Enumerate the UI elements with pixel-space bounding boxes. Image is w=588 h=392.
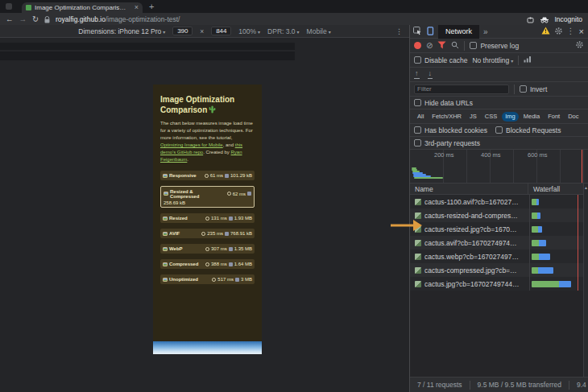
file-size: 1.64 MB xyxy=(234,262,252,266)
devtools-tab-bar: Network » ⋮ × xyxy=(410,25,588,39)
export-har-icon[interactable]: ↓ xyxy=(428,70,433,79)
extensions-icon[interactable] xyxy=(527,12,534,27)
filter-funnel-icon[interactable] xyxy=(437,41,446,51)
network-toolbar: ⊘ Preserve log xyxy=(410,39,588,53)
network-overview-timeline[interactable]: 200 ms 400 ms 600 ms xyxy=(410,150,588,184)
back-icon[interactable]: ← xyxy=(6,15,14,23)
network-settings-gear-icon[interactable] xyxy=(575,40,584,51)
waterfall-bar xyxy=(529,250,588,263)
third-party-checkbox[interactable]: 3rd-party requests xyxy=(414,139,480,147)
hide-data-urls-checkbox[interactable]: Hide data URLs xyxy=(414,99,473,107)
optimization-row: Resized131 ms1.93 MB xyxy=(160,213,255,223)
network-conditions-icon[interactable] xyxy=(524,56,532,64)
image-file-icon xyxy=(415,281,421,287)
network-request-row[interactable]: cactus-1100.avif?cb=167027… xyxy=(410,195,588,208)
table-scrollbar[interactable]: ▲ xyxy=(583,184,588,377)
filter-input[interactable] xyxy=(414,85,509,94)
disable-cache-checkbox[interactable]: Disable cache xyxy=(414,56,467,64)
waterfall-column-header[interactable]: Waterfall xyxy=(528,185,588,193)
devtools-close-icon[interactable]: × xyxy=(579,27,584,36)
network-request-row[interactable]: cactus.jpg?cb=16702749744… xyxy=(410,277,588,291)
waterfall-bar xyxy=(529,263,588,277)
optimization-list: Responsive61 ms101.29 kB Resized & Compr… xyxy=(160,171,255,284)
filter-pill[interactable]: Fetch/XHR xyxy=(429,112,465,122)
media-query-bar[interactable] xyxy=(0,52,295,60)
forward-icon[interactable]: → xyxy=(19,15,27,23)
network-request-row[interactable]: cactus-resized.jpg?cb=1670… xyxy=(410,222,588,236)
emulated-content-area: Image Optimization Comparison The chart … xyxy=(0,39,409,392)
network-request-row[interactable]: cactus.webp?cb=167027497… xyxy=(410,250,588,263)
image-icon xyxy=(163,262,168,266)
optimization-row: Responsive61 ms101.29 kB xyxy=(160,171,255,180)
disk-icon xyxy=(229,217,233,221)
filter-pill[interactable]: Media xyxy=(520,112,543,122)
search-icon[interactable] xyxy=(451,41,459,51)
more-tabs-icon[interactable]: » xyxy=(483,27,488,36)
transferred-size: 9.5 MB / 9.5 MB transferred xyxy=(470,381,569,389)
devtools-menu-icon[interactable]: ⋮ xyxy=(567,27,575,35)
media-query-bar[interactable] xyxy=(0,43,295,50)
resources-size: 9.4 xyxy=(569,381,588,389)
device-toolbar-menu-icon[interactable]: ⋮ xyxy=(395,27,403,35)
import-har-icon[interactable]: ↑ xyxy=(414,70,420,79)
clear-icon[interactable]: ⊘ xyxy=(426,42,433,50)
request-name: cactus-1100.avif?cb=167027… xyxy=(424,198,529,206)
requests-table: cactus-1100.avif?cb=167027… cactus-resiz… xyxy=(410,195,588,291)
filter-pill[interactable]: Font xyxy=(545,112,563,122)
image-icon xyxy=(163,232,168,236)
issues-warning-icon[interactable] xyxy=(541,27,550,36)
name-column-header[interactable]: Name xyxy=(410,185,528,193)
image-file-icon xyxy=(415,254,421,260)
filter-pill[interactable]: JS xyxy=(466,112,480,122)
load-time: 235 ms xyxy=(207,231,223,236)
network-request-row[interactable]: cactus-resized-and-compres… xyxy=(410,208,588,222)
clock-icon xyxy=(201,232,205,236)
has-blocked-cookies-checkbox[interactable]: Has blocked cookies xyxy=(414,126,487,134)
address-bar[interactable]: royalfig.github.io/image-optimization-te… xyxy=(56,15,180,23)
network-request-row[interactable]: cactus.avif?cb=1670274974… xyxy=(410,236,588,250)
optimization-row: AVIF235 ms768.91 kB xyxy=(160,229,255,238)
dpr-dropdown[interactable]: DPR: 3.0▾ xyxy=(267,27,300,35)
tab-network[interactable]: Network xyxy=(438,25,479,39)
tutorial-link[interactable]: Optimizing Images for Mobile xyxy=(160,142,223,147)
network-request-row[interactable]: cactus-compressed.jpg?cb=… xyxy=(410,263,588,277)
request-name: cactus.jpg?cb=16702749744… xyxy=(424,280,529,288)
device-toolbar-toggle-icon[interactable] xyxy=(426,27,434,37)
viewport-height-input[interactable] xyxy=(211,27,231,35)
optimization-row: WebP307 ms1.35 MB xyxy=(160,244,255,254)
incognito-label: Incognito xyxy=(555,15,583,23)
filter-row: Invert xyxy=(410,82,588,97)
filter-pill[interactable]: Img xyxy=(502,112,519,122)
settings-gear-icon[interactable] xyxy=(554,27,563,37)
request-name: cactus-resized.jpg?cb=1670… xyxy=(424,225,529,233)
device-mode-dropdown[interactable]: Mobile▾ xyxy=(307,27,331,35)
clock-icon xyxy=(227,192,231,196)
zoom-dropdown[interactable]: 100%▾ xyxy=(238,27,260,35)
load-time: 61 ms xyxy=(210,173,223,178)
blocked-requests-checkbox[interactable]: Blocked Requests xyxy=(495,126,561,134)
disk-icon xyxy=(225,232,229,236)
record-button[interactable] xyxy=(414,42,421,49)
image-icon xyxy=(164,192,168,196)
tab-favicon-icon xyxy=(26,5,31,10)
new-tab-button[interactable]: + xyxy=(149,2,154,11)
preserve-log-checkbox[interactable]: Preserve log xyxy=(470,42,519,50)
tab-close-icon[interactable]: × xyxy=(135,4,139,11)
scroll-up-icon[interactable]: ▲ xyxy=(584,185,588,190)
lock-icon[interactable] xyxy=(44,12,50,27)
invert-checkbox[interactable]: Invert xyxy=(520,85,547,93)
url-path: /image-optimization-test/ xyxy=(106,15,180,23)
timeline-overview-bars xyxy=(410,150,588,183)
filter-pill[interactable]: CSS xyxy=(482,112,500,122)
filter-pill[interactable]: All xyxy=(414,112,427,122)
inspect-element-icon[interactable] xyxy=(413,27,422,37)
filter-pill[interactable]: Doc xyxy=(565,112,582,122)
throttling-dropdown[interactable]: No throttling▾ xyxy=(472,56,513,64)
browser-tab[interactable]: Image Optimization Comparis… × xyxy=(22,2,143,13)
requests-table-header: Name Waterfall xyxy=(410,184,588,195)
reload-icon[interactable]: ↻ xyxy=(32,15,39,23)
device-dimensions-dropdown[interactable]: Dimensions: iPhone 12 Pro▾ xyxy=(78,27,165,35)
window-menu-icon[interactable] xyxy=(6,3,12,10)
viewport-width-input[interactable] xyxy=(172,27,193,35)
image-icon xyxy=(163,174,168,178)
